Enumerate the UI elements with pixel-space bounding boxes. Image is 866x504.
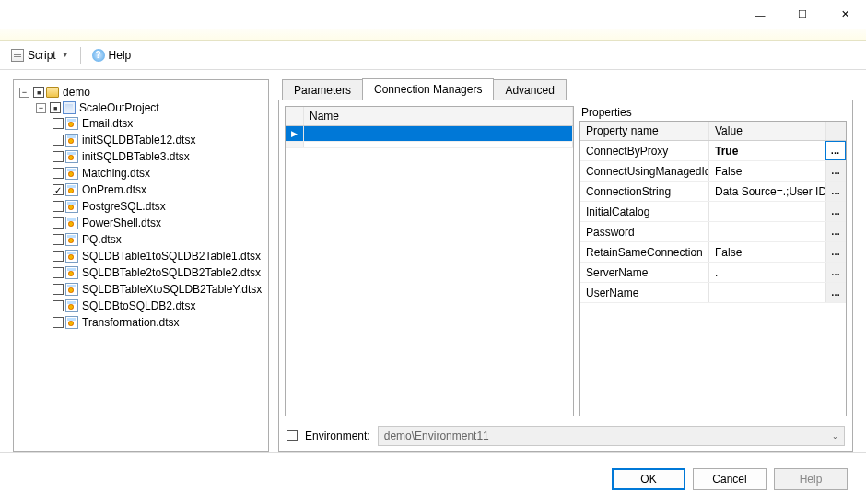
tree-package[interactable]: PostgreSQL.dtsx	[53, 199, 264, 214]
help-icon: ?	[92, 49, 105, 62]
tree-package[interactable]: PQ.dtsx	[53, 232, 264, 247]
property-value-cell[interactable]	[709, 202, 825, 221]
tri-state-checkbox[interactable]	[33, 87, 44, 98]
package-checkbox[interactable]	[53, 251, 64, 262]
environment-combo[interactable]: demo\Environment11 ⌄	[378, 426, 845, 446]
property-row[interactable]: Password…	[580, 222, 846, 242]
tab-connection-managers[interactable]: Connection Managers	[362, 78, 494, 100]
tree-package[interactable]: initSQLDBTable3.dtsx	[53, 149, 264, 164]
package-label: SQLDBTable2toSQLDB2Table2.dtsx	[80, 266, 263, 279]
property-ellipsis-button[interactable]: …	[825, 283, 846, 302]
property-row[interactable]: RetainSameConnectionFalse…	[580, 242, 846, 263]
property-name-cell: ConnectUsingManagedIdentity	[580, 161, 709, 181]
property-row[interactable]: ServerName.…	[580, 263, 846, 283]
package-checkbox[interactable]	[53, 317, 64, 328]
close-button[interactable]: ✕	[824, 0, 866, 29]
property-row[interactable]: ConnectionStringData Source=.;User ID=..…	[580, 182, 846, 202]
package-checkbox[interactable]	[53, 284, 64, 295]
collapse-icon[interactable]: −	[36, 103, 46, 113]
property-row[interactable]: UserName…	[580, 283, 846, 303]
property-ellipsis-button[interactable]: …	[825, 263, 846, 282]
package-checkbox[interactable]	[53, 267, 64, 278]
property-row[interactable]: InitialCatalog…	[580, 202, 846, 222]
minimize-icon: —	[755, 9, 766, 20]
tab-advanced[interactable]: Advanced	[493, 79, 566, 100]
tree-package[interactable]: initSQLDBTable12.dtsx	[53, 133, 264, 147]
ellipsis-icon: …	[831, 287, 841, 298]
package-checkbox[interactable]	[53, 168, 64, 179]
property-name-cell: ConnectByProxy	[580, 141, 709, 160]
column-header-property-name[interactable]: Property name	[580, 122, 709, 140]
property-ellipsis-button[interactable]: …	[825, 141, 846, 160]
property-value-cell[interactable]: .	[709, 263, 825, 282]
maximize-icon: ☐	[798, 8, 807, 20]
package-checkbox[interactable]	[53, 300, 64, 311]
environment-checkbox[interactable]	[287, 430, 298, 441]
tree-root[interactable]: − demo	[19, 85, 264, 100]
property-name-cell: RetainSameConnection	[580, 242, 709, 262]
package-checkbox[interactable]	[53, 118, 64, 129]
tree-package[interactable]: Matching.dtsx	[53, 166, 264, 181]
script-label: Script	[28, 49, 56, 62]
connection-row[interactable]: ▶	[286, 126, 573, 142]
column-header-name[interactable]: Name	[304, 107, 573, 125]
tree-project[interactable]: − ScaleOutProject	[36, 100, 264, 115]
package-icon	[65, 134, 78, 147]
property-row[interactable]: ConnectUsingManagedIdentityFalse…	[580, 161, 846, 182]
property-ellipsis-button[interactable]: …	[825, 182, 846, 201]
tree-package[interactable]: Transformation.dtsx	[53, 315, 264, 330]
package-icon	[65, 167, 78, 180]
package-icon	[65, 250, 78, 263]
maximize-button[interactable]: ☐	[781, 0, 824, 29]
package-checkbox[interactable]: ✓	[53, 184, 64, 195]
package-label: PQ.dtsx	[80, 233, 123, 246]
property-value-cell[interactable]: False	[709, 161, 825, 181]
property-value-cell[interactable]	[709, 283, 825, 302]
connection-managers-grid[interactable]: Name ▶	[285, 106, 574, 416]
package-icon	[65, 233, 78, 246]
tree-package[interactable]: PowerShell.dtsx	[53, 216, 264, 230]
property-value-cell[interactable]: False	[709, 242, 825, 262]
package-checkbox[interactable]	[53, 234, 64, 245]
connection-name-cell	[304, 142, 573, 147]
minimize-button[interactable]: —	[739, 0, 781, 29]
package-checkbox[interactable]	[53, 217, 64, 229]
property-value-cell[interactable]: True	[709, 141, 825, 160]
package-label: SQLDBTableXtoSQLDB2TableY.dtsx	[80, 283, 263, 296]
tab-parameters[interactable]: Parameters	[282, 79, 363, 100]
package-label: SQLDBtoSQLDB2.dtsx	[80, 299, 197, 312]
project-icon	[63, 101, 76, 114]
ok-button[interactable]: OK	[612, 468, 685, 490]
script-dropdown[interactable]: Script ▼	[7, 47, 73, 64]
property-ellipsis-button[interactable]: …	[825, 161, 846, 181]
tree-package[interactable]: SQLDBTable1toSQLDB2Table1.dtsx	[53, 249, 264, 264]
tree-package[interactable]: SQLDBTableXtoSQLDB2TableY.dtsx	[53, 282, 264, 297]
property-row[interactable]: ConnectByProxyTrue…	[580, 141, 846, 161]
environment-value: demo\Environment11	[384, 429, 489, 442]
property-ellipsis-button[interactable]: …	[825, 242, 846, 262]
package-checkbox[interactable]	[53, 151, 64, 162]
tree-package[interactable]: Email.dtsx	[53, 116, 264, 131]
property-value-cell[interactable]: Data Source=.;User ID=...	[709, 182, 825, 201]
property-ellipsis-button[interactable]: …	[825, 222, 846, 241]
cancel-button[interactable]: Cancel	[693, 468, 767, 490]
tree-package[interactable]: SQLDBtoSQLDB2.dtsx	[53, 299, 264, 313]
column-header-value[interactable]: Value	[709, 122, 825, 140]
package-label: Transformation.dtsx	[80, 316, 181, 329]
package-checkbox[interactable]	[53, 135, 64, 146]
property-ellipsis-button[interactable]: …	[825, 202, 846, 221]
package-checkbox[interactable]	[53, 201, 64, 212]
help-button[interactable]: ? Help	[88, 47, 135, 64]
property-value-cell[interactable]	[709, 222, 825, 241]
tree-package[interactable]: SQLDBTable2toSQLDB2Table2.dtsx	[53, 265, 264, 280]
tab-body: Name ▶ Properties Property name Value Co…	[278, 100, 853, 452]
tri-state-checkbox[interactable]	[50, 102, 61, 113]
collapse-icon[interactable]: −	[19, 88, 29, 98]
property-name-cell: ServerName	[580, 263, 709, 282]
help-button-footer[interactable]: Help	[774, 468, 848, 490]
package-icon	[65, 150, 78, 163]
package-tree[interactable]: − demo − ScaleOutProject Email.dtsxinitS…	[13, 79, 269, 452]
connection-row[interactable]	[286, 142, 573, 148]
main-area: − demo − ScaleOutProject Email.dtsxinitS…	[0, 70, 866, 452]
tree-package[interactable]: ✓OnPrem.dtsx	[53, 182, 264, 197]
